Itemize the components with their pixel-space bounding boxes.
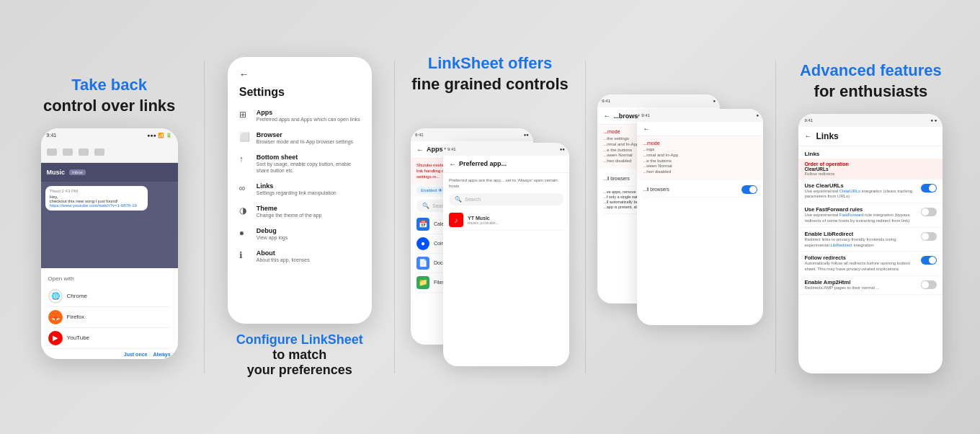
app-row-chrome[interactable]: 🌐 Chrome bbox=[48, 286, 171, 307]
p4-pink-section: ...mode ...ings...nmal and In-App...e th… bbox=[637, 136, 763, 180]
about-icon: ℹ bbox=[239, 250, 251, 262]
p4-back-arrow[interactable]: ← bbox=[603, 112, 610, 120]
card2-back-arrow[interactable]: ← bbox=[449, 160, 456, 168]
panel1-title: Take back control over links bbox=[43, 75, 175, 116]
settings-item-bottomsheet[interactable]: ↑ Bottom sheet Sort by usage, enable cop… bbox=[239, 154, 360, 174]
panel3-title-dark: fine grained controls bbox=[411, 74, 569, 95]
card2-status: 9:41●● bbox=[443, 143, 569, 156]
p5-header: ← Links bbox=[798, 127, 943, 146]
p5-item-clearurls: Use ClearURLs Use experimental ClearURLs… bbox=[798, 180, 943, 204]
panel1-title-blue: Take back bbox=[71, 76, 147, 94]
chat-bubble-1: Tfeed 2:43 PM Hey, checkout this new son… bbox=[45, 186, 148, 211]
p4-status: 9:41● bbox=[597, 94, 720, 107]
bottomsheet-icon: ↑ bbox=[239, 154, 251, 166]
p5-item-order[interactable]: Order of operation ClearURLs Follow redi… bbox=[798, 159, 943, 180]
panel3-title: LinkSheet offers fine grained controls bbox=[411, 53, 569, 94]
chrome-icon: 🌐 bbox=[48, 289, 63, 304]
panel3-phones: 9:41●● ← Apps which can op... Shizuku mo… bbox=[411, 107, 569, 381]
youtube-icon: ▶ bbox=[48, 331, 63, 345]
settings-item-debug[interactable]: ● Debug View app logs bbox=[239, 227, 360, 241]
p5-clearurls-sub: ClearURLs bbox=[804, 167, 848, 172]
chat-area: Tfeed 2:43 PM Hey, checkout this new son… bbox=[41, 182, 178, 268]
always-button[interactable]: Always bbox=[153, 352, 170, 357]
p4-front-setting-1: ...ll browsers bbox=[643, 182, 757, 198]
p5-item-amp2html: Enable Amp2Html Redirects AMP pages to t… bbox=[798, 276, 943, 295]
apps-icon: ⊞ bbox=[239, 110, 251, 121]
music-header: Music Inbox bbox=[41, 163, 178, 182]
p4-front-back[interactable]: ← bbox=[643, 125, 650, 133]
p5-follow-redirects: Follow redirects bbox=[804, 172, 848, 176]
toolbar bbox=[41, 143, 178, 163]
panel-4: 9:41● ← ...browser ...mode ...the settin… bbox=[586, 22, 775, 412]
links-icon: ∞ bbox=[239, 183, 251, 195]
panel4-phones: 9:41● ← ...browser ...mode ...the settin… bbox=[597, 80, 763, 354]
settings-item-browser[interactable]: ⬜ Browser Browser mode and In-App browse… bbox=[239, 131, 360, 145]
toolbar-icon4 bbox=[94, 149, 104, 156]
panel-2: ← Settings ⊞ Apps Preferred apps and App… bbox=[205, 22, 394, 412]
docs-icon: 📄 bbox=[416, 257, 429, 270]
toggle-2[interactable] bbox=[741, 185, 757, 194]
just-once-button[interactable]: Just once bbox=[124, 352, 148, 357]
followredirects-toggle[interactable] bbox=[921, 256, 937, 265]
p4-front-settings: ...ll browsers bbox=[637, 180, 763, 200]
open-with-label: Open with bbox=[48, 275, 171, 282]
settings-phone: ← Settings ⊞ Apps Preferred apps and App… bbox=[228, 57, 372, 324]
settings-item-apps[interactable]: ⊞ Apps Preferred apps and Apps which can… bbox=[239, 109, 360, 123]
settings-title: Settings bbox=[239, 86, 360, 99]
card2-header: ← Preferred app... bbox=[443, 156, 569, 173]
settings-item-about[interactable]: ℹ About About this app, licenses bbox=[239, 249, 360, 263]
panel4-card-front: 9:41● ← ...mode ...ings...nmal and In-Ap… bbox=[637, 109, 763, 325]
coinbase-icon: ● bbox=[416, 237, 429, 250]
panel-5: Advanced features for enthusiasts 9:41 ●… bbox=[776, 22, 966, 412]
search-icon2: 🔍 bbox=[455, 196, 462, 203]
app-row-youtube[interactable]: ▶ YouTube bbox=[48, 328, 171, 349]
p5-status: 9:41 ● ● bbox=[798, 114, 943, 127]
panel1-phone: 9:41 ●●● 📶 🔋 Music Inbox Tfeed 2:43 PM bbox=[41, 128, 178, 359]
settings-back-arrow[interactable]: ← bbox=[239, 68, 249, 80]
clearurls-toggle[interactable] bbox=[921, 184, 937, 192]
p5-back-arrow[interactable]: ← bbox=[804, 132, 811, 140]
chat-sender: Tfeed 2:43 PM bbox=[50, 189, 143, 193]
search-icon: 🔍 bbox=[422, 203, 429, 209]
browser-icon: ⬜ bbox=[239, 132, 251, 143]
panel-1: Take back control over links 9:41 ●●● 📶 … bbox=[14, 22, 204, 412]
p4-front-header: ← bbox=[637, 122, 763, 136]
bottom-sheet: Open with 🌐 Chrome 🦊 Firefox ▶ YouTube J… bbox=[41, 268, 178, 359]
p5-item-libredirect: Enable LibRedirect Redirect links to pri… bbox=[798, 228, 943, 252]
p4-front-status: 9:41● bbox=[637, 109, 763, 122]
p5-item-followredirects: Follow redirects Automatically follow al… bbox=[798, 252, 943, 276]
card2-body: Preferred apps are the app... set to 'Al… bbox=[443, 173, 569, 236]
action-row: Just once Always bbox=[48, 352, 171, 357]
panel-3: LinkSheet offers fine grained controls 9… bbox=[395, 22, 584, 412]
ytmusic-icon: ♪ bbox=[449, 213, 463, 227]
libredirect-toggle[interactable] bbox=[921, 232, 937, 241]
enabled-pill[interactable]: Enabled 👁 bbox=[416, 187, 447, 194]
panel1-title-dark: control over links bbox=[43, 96, 175, 117]
firefox-icon: 🦊 bbox=[48, 310, 63, 324]
card2-search[interactable]: 🔍 Search bbox=[449, 193, 564, 205]
card-back-arrow[interactable]: ← bbox=[416, 146, 424, 154]
status-bar: 9:41 ●●● 📶 🔋 bbox=[41, 128, 178, 143]
toolbar-icon bbox=[47, 149, 57, 156]
panel5-phone: 9:41 ● ● ← Links Links Order of operatio… bbox=[798, 114, 943, 373]
debug-icon: ● bbox=[239, 228, 251, 239]
panel5-title-dark: for enthusiasts bbox=[800, 81, 942, 102]
p5-item-fastforward: Use FastForward rules Use experimental F… bbox=[798, 203, 943, 228]
panel3-card-front: 9:41●● ← Preferred app... Preferred apps… bbox=[443, 143, 569, 366]
panel5-title: Advanced features for enthusiasts bbox=[800, 61, 942, 102]
p5-order-title: Order of operation bbox=[804, 161, 848, 167]
files-icon: 📁 bbox=[416, 276, 429, 289]
fastforward-toggle[interactable] bbox=[921, 208, 937, 216]
main-container: Take back control over links 9:41 ●●● 📶 … bbox=[0, 0, 980, 434]
amp2html-toggle[interactable] bbox=[921, 280, 937, 289]
theme-icon: ◑ bbox=[239, 205, 251, 217]
card-status: 9:41●● bbox=[411, 128, 533, 141]
app-item-ytmusic[interactable]: ♪ YT Music music.youtube... bbox=[449, 210, 564, 231]
panel2-subtitle: Configure LinkSheet to match your prefer… bbox=[236, 332, 363, 378]
app-row-firefox[interactable]: 🦊 Firefox bbox=[48, 307, 171, 328]
settings-item-theme[interactable]: ◑ Theme Change the theme of the app bbox=[239, 205, 360, 218]
calendar-icon: 📅 bbox=[416, 218, 429, 231]
toolbar-icon2 bbox=[63, 149, 73, 156]
settings-item-links[interactable]: ∞ Links Settings regarding link manipula… bbox=[239, 182, 360, 196]
toolbar-icon3 bbox=[79, 149, 89, 156]
